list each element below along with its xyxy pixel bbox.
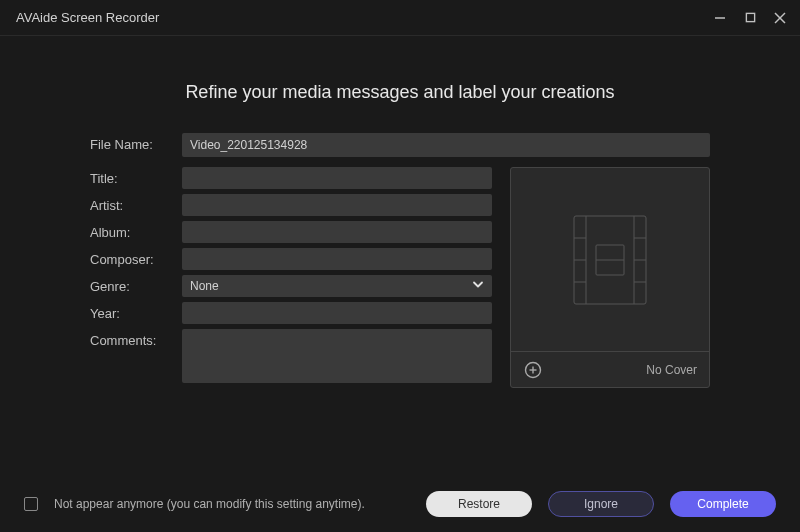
- window-controls: [712, 10, 788, 26]
- title-label: Title:: [90, 167, 182, 186]
- page-heading: Refine your media messages and label you…: [90, 82, 710, 103]
- genre-row: Genre:: [90, 275, 492, 297]
- year-row: Year:: [90, 302, 492, 324]
- album-input[interactable]: [182, 221, 492, 243]
- filename-input[interactable]: [182, 133, 710, 157]
- metadata-fields: Title: Artist: Album: Composer: Genre:: [90, 167, 492, 388]
- composer-input[interactable]: [182, 248, 492, 270]
- composer-row: Composer:: [90, 248, 492, 270]
- footer: Not appear anymore (you can modify this …: [0, 476, 800, 532]
- not-appear-checkbox[interactable]: [24, 497, 38, 511]
- year-label: Year:: [90, 302, 182, 321]
- cover-preview: [511, 168, 709, 351]
- year-input[interactable]: [182, 302, 492, 324]
- minimize-icon[interactable]: [712, 10, 728, 26]
- svg-rect-1: [746, 13, 754, 21]
- filename-label: File Name:: [90, 133, 182, 152]
- filename-row: File Name:: [90, 133, 710, 157]
- cover-footer: No Cover: [511, 351, 709, 387]
- artist-input[interactable]: [182, 194, 492, 216]
- complete-button[interactable]: Complete: [670, 491, 776, 517]
- no-cover-label: No Cover: [646, 363, 697, 377]
- maximize-icon[interactable]: [742, 10, 758, 26]
- genre-select[interactable]: [182, 275, 492, 297]
- film-strip-icon: [566, 210, 654, 310]
- title-input[interactable]: [182, 167, 492, 189]
- genre-label: Genre:: [90, 275, 182, 294]
- comments-row: Comments:: [90, 329, 492, 383]
- close-icon[interactable]: [772, 10, 788, 26]
- composer-label: Composer:: [90, 248, 182, 267]
- comments-label: Comments:: [90, 329, 182, 348]
- ignore-button[interactable]: Ignore: [548, 491, 654, 517]
- album-row: Album:: [90, 221, 492, 243]
- titlebar: AVAide Screen Recorder: [0, 0, 800, 36]
- content-area: Refine your media messages and label you…: [0, 36, 800, 388]
- artist-row: Artist:: [90, 194, 492, 216]
- cover-panel: No Cover: [510, 167, 710, 388]
- title-row: Title:: [90, 167, 492, 189]
- add-cover-button[interactable]: [523, 360, 543, 380]
- album-label: Album:: [90, 221, 182, 240]
- genre-value[interactable]: [182, 275, 492, 297]
- comments-input[interactable]: [182, 329, 492, 383]
- not-appear-label: Not appear anymore (you can modify this …: [54, 497, 410, 511]
- restore-button[interactable]: Restore: [426, 491, 532, 517]
- artist-label: Artist:: [90, 194, 182, 213]
- window-title: AVAide Screen Recorder: [16, 10, 159, 25]
